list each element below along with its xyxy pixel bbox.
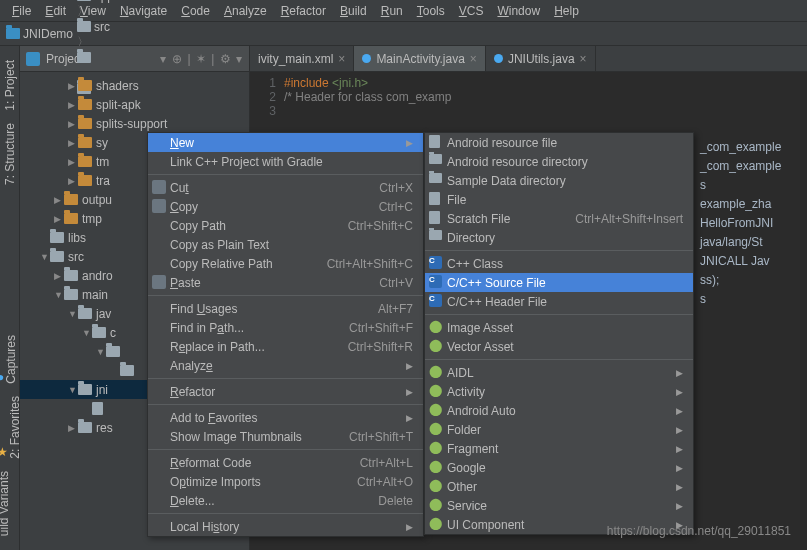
menu-item[interactable]: Analyze▶ bbox=[148, 356, 423, 375]
menu-item[interactable]: ⬤AIDL▶ bbox=[425, 363, 693, 382]
folder-icon bbox=[78, 175, 96, 186]
menu-item[interactable]: ⬤Vector Asset bbox=[425, 337, 693, 356]
menu-vcs[interactable]: VCS bbox=[453, 2, 490, 20]
menu-item[interactable]: Delete...Delete bbox=[148, 491, 423, 510]
menu-item[interactable]: CutCtrl+X bbox=[148, 178, 423, 197]
cut-icon bbox=[152, 180, 166, 197]
close-tab-icon[interactable]: × bbox=[580, 52, 587, 66]
folder-icon bbox=[78, 80, 96, 91]
copy-icon bbox=[152, 199, 166, 216]
tree-twisty-icon[interactable]: ▶ bbox=[68, 119, 78, 129]
menu-item[interactable]: Link C++ Project with Gradle bbox=[148, 152, 423, 171]
tree-twisty-icon[interactable]: ▼ bbox=[96, 347, 106, 357]
editor-tab[interactable]: JNIUtils.java× bbox=[486, 46, 596, 71]
menu-item[interactable]: ⬤UI Component▶ bbox=[425, 515, 693, 534]
tree-node[interactable]: ▶split-apk bbox=[20, 95, 249, 114]
menu-item[interactable]: Copy Relative PathCtrl+Alt+Shift+C bbox=[148, 254, 423, 273]
side-tab[interactable]: uild Variants bbox=[0, 465, 13, 542]
tree-twisty-icon[interactable]: ▼ bbox=[68, 309, 78, 319]
folder-icon bbox=[77, 52, 91, 63]
breadcrumb-project[interactable]: JNIDemo bbox=[6, 27, 73, 41]
menu-run[interactable]: Run bbox=[375, 2, 409, 20]
android-icon: ⬤ bbox=[429, 517, 442, 529]
close-tab-icon[interactable]: × bbox=[470, 52, 477, 66]
menu-item[interactable]: Scratch FileCtrl+Alt+Shift+Insert bbox=[425, 209, 693, 228]
menu-item[interactable]: ⬤Folder▶ bbox=[425, 420, 693, 439]
menu-navigate[interactable]: Navigate bbox=[114, 2, 173, 20]
menu-item[interactable]: PasteCtrl+V bbox=[148, 273, 423, 292]
menu-item[interactable]: ⬤Image Asset bbox=[425, 318, 693, 337]
menu-item[interactable]: Copy PathCtrl+Shift+C bbox=[148, 216, 423, 235]
svg-rect-1 bbox=[152, 180, 166, 194]
menu-item[interactable]: Android resource file bbox=[425, 133, 693, 152]
tree-twisty-icon[interactable]: ▶ bbox=[68, 176, 78, 186]
menu-item[interactable]: ⬤Fragment▶ bbox=[425, 439, 693, 458]
breadcrumb: JNIDemo 〉app〉src〉main〉jni bbox=[0, 22, 807, 46]
tree-node[interactable]: ▶shaders bbox=[20, 76, 249, 95]
menu-refactor[interactable]: Refactor bbox=[275, 2, 332, 20]
side-tab[interactable]: 2: Favorites bbox=[0, 390, 24, 465]
panel-tools[interactable]: ⊕ | ✶ | ⚙ ▾ bbox=[172, 52, 243, 66]
menu-tools[interactable]: Tools bbox=[411, 2, 451, 20]
menu-item[interactable]: Local History▶ bbox=[148, 517, 423, 536]
menu-item[interactable]: ⬤Other▶ bbox=[425, 477, 693, 496]
tree-twisty-icon[interactable]: ▶ bbox=[68, 157, 78, 167]
menu-item[interactable]: CC/C++ Source File bbox=[425, 273, 693, 292]
menu-file[interactable]: File bbox=[6, 2, 37, 20]
tree-twisty-icon[interactable]: ▶ bbox=[54, 214, 64, 224]
menu-item[interactable]: ⬤Android Auto▶ bbox=[425, 401, 693, 420]
folder-icon bbox=[78, 384, 96, 395]
menu-item[interactable]: Optimize ImportsCtrl+Alt+O bbox=[148, 472, 423, 491]
menu-item[interactable]: Refactor▶ bbox=[148, 382, 423, 401]
editor-tab[interactable]: ivity_main.xml× bbox=[250, 46, 354, 71]
tree-twisty-icon[interactable]: ▼ bbox=[40, 252, 50, 262]
submenu-arrow-icon: ▶ bbox=[676, 482, 683, 492]
menu-code[interactable]: Code bbox=[175, 2, 216, 20]
menu-item[interactable]: Directory bbox=[425, 228, 693, 247]
tree-twisty-icon[interactable]: ▼ bbox=[54, 290, 64, 300]
menu-item[interactable]: File bbox=[425, 190, 693, 209]
side-tab[interactable]: Captures bbox=[0, 329, 20, 390]
tree-node[interactable]: ▶splits-support bbox=[20, 114, 249, 133]
menu-item[interactable]: CC++ Class bbox=[425, 254, 693, 273]
menu-analyze[interactable]: Analyze bbox=[218, 2, 273, 20]
menu-item[interactable]: New▶ bbox=[148, 133, 423, 152]
tree-twisty-icon[interactable]: ▶ bbox=[54, 271, 64, 281]
tree-twisty-icon[interactable]: ▼ bbox=[82, 328, 92, 338]
tree-twisty-icon[interactable]: ▶ bbox=[68, 100, 78, 110]
menu-item[interactable]: ⬤Google▶ bbox=[425, 458, 693, 477]
menu-item[interactable]: Add to Favorites▶ bbox=[148, 408, 423, 427]
tree-twisty-icon[interactable]: ▼ bbox=[68, 385, 78, 395]
tree-twisty-icon[interactable]: ▶ bbox=[68, 423, 78, 433]
menu-item[interactable]: Replace in Path...Ctrl+Shift+R bbox=[148, 337, 423, 356]
editor-tab[interactable]: MainActivity.java× bbox=[354, 46, 486, 71]
breadcrumb-item[interactable]: app bbox=[77, 0, 120, 3]
menu-item[interactable]: ⬤Activity▶ bbox=[425, 382, 693, 401]
menu-item[interactable]: ⬤Service▶ bbox=[425, 496, 693, 515]
menu-edit[interactable]: Edit bbox=[39, 2, 72, 20]
menu-item[interactable]: Copy as Plain Text bbox=[148, 235, 423, 254]
tree-twisty-icon[interactable]: ▶ bbox=[68, 138, 78, 148]
menu-item[interactable]: Find UsagesAlt+F7 bbox=[148, 299, 423, 318]
menu-window[interactable]: Window bbox=[491, 2, 546, 20]
side-tab[interactable]: 7: Structure bbox=[1, 117, 19, 191]
menu-item[interactable]: Find in Path...Ctrl+Shift+F bbox=[148, 318, 423, 337]
close-tab-icon[interactable]: × bbox=[338, 52, 345, 66]
side-tab[interactable]: 1: Project bbox=[1, 54, 19, 117]
menu-build[interactable]: Build bbox=[334, 2, 373, 20]
menu-item[interactable]: CC/C++ Header File bbox=[425, 292, 693, 311]
menu-item[interactable]: CopyCtrl+C bbox=[148, 197, 423, 216]
panel-dropdown-icon[interactable]: ▾ bbox=[160, 52, 166, 66]
submenu-arrow-icon: ▶ bbox=[676, 501, 683, 511]
project-icon bbox=[6, 28, 20, 39]
breadcrumb-item[interactable]: src bbox=[77, 20, 120, 34]
tree-twisty-icon[interactable]: ▶ bbox=[54, 195, 64, 205]
menu-item[interactable]: Android resource directory bbox=[425, 152, 693, 171]
panel-title[interactable]: Project bbox=[46, 52, 154, 66]
menu-item[interactable]: Show Image ThumbnailsCtrl+Shift+T bbox=[148, 427, 423, 446]
menu-help[interactable]: Help bbox=[548, 2, 585, 20]
submenu-arrow-icon: ▶ bbox=[406, 522, 413, 532]
menu-item[interactable]: Reformat CodeCtrl+Alt+L bbox=[148, 453, 423, 472]
android-icon: ⬤ bbox=[429, 498, 442, 510]
menu-item[interactable]: Sample Data directory bbox=[425, 171, 693, 190]
